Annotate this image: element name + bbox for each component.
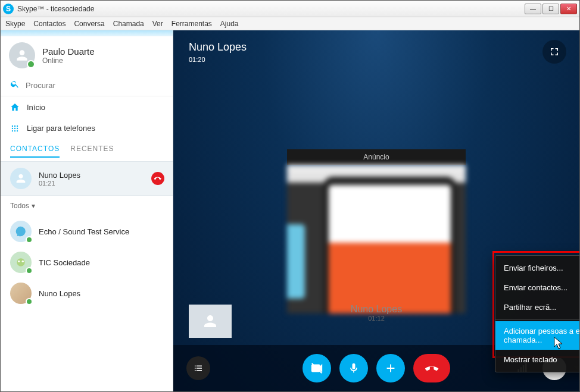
call-pane: Nuno Lopes 01:20 Anúncio Nuno Lopes 01:1… xyxy=(173,30,579,391)
add-button[interactable] xyxy=(376,354,405,382)
svg-point-7 xyxy=(14,130,15,131)
sidebar: Paulo Duarte Online Início Ligar para te… xyxy=(1,30,173,391)
nav-dial[interactable]: Ligar para telefones xyxy=(1,118,173,139)
window-titlebar: S Skype™ - ticesociedade — ☐ ✕ xyxy=(1,1,579,17)
nav-dial-label: Ligar para telefones xyxy=(27,124,95,133)
svg-point-4 xyxy=(14,127,15,128)
plus-menu-popup: Enviar ficheiros... Enviar contactos... … xyxy=(495,255,580,372)
svg-point-2 xyxy=(17,125,18,126)
ad-label: Anúncio xyxy=(287,149,466,165)
contact-avatar xyxy=(10,221,32,242)
fullscreen-button[interactable] xyxy=(542,40,566,64)
svg-point-1 xyxy=(14,125,15,126)
contact-name: Echo / Sound Test Service xyxy=(39,227,129,236)
menu-chamada[interactable]: Chamada xyxy=(113,20,144,28)
call-options-button[interactable] xyxy=(186,356,210,380)
contacts-filter[interactable]: Todos ▾ xyxy=(1,196,173,216)
call-contact-name: Nuno Lopes xyxy=(189,41,247,54)
svg-point-9 xyxy=(17,258,24,266)
maximize-button[interactable]: ☐ xyxy=(542,4,559,14)
menu-show-keypad[interactable]: Mostrar teclado xyxy=(495,350,580,369)
menu-ver[interactable]: Ver xyxy=(152,20,163,28)
svg-point-10 xyxy=(18,261,20,262)
profile-avatar xyxy=(9,42,35,68)
ad-content[interactable] xyxy=(287,165,466,313)
menu-add-people[interactable]: Adicionar pessoas a esta chamada... xyxy=(495,321,580,350)
menu-send-contacts[interactable]: Enviar contactos... xyxy=(495,278,580,297)
call-header: Nuno Lopes 01:20 xyxy=(189,41,247,63)
cloud-decoration xyxy=(1,30,173,36)
search-icon xyxy=(10,79,20,91)
minimize-button[interactable]: — xyxy=(525,4,541,14)
contact-avatar xyxy=(10,252,32,273)
chevron-down-icon: ▾ xyxy=(32,202,35,210)
svg-point-3 xyxy=(12,127,13,128)
skype-logo-icon: S xyxy=(3,4,14,14)
hangup-mini-button[interactable] xyxy=(151,172,164,185)
window-title: Skype™ - ticesociedade xyxy=(17,5,525,13)
menu-send-files[interactable]: Enviar ficheiros... xyxy=(495,258,580,278)
active-avatar xyxy=(10,168,32,189)
dialpad-icon xyxy=(10,124,20,133)
tab-contactos[interactable]: CONTACTOS xyxy=(10,145,60,158)
hangup-button[interactable] xyxy=(413,354,450,382)
nav-home[interactable]: Início xyxy=(1,96,173,118)
svg-point-6 xyxy=(12,130,13,131)
tab-recentes[interactable]: RECENTES xyxy=(70,145,114,158)
active-conversation[interactable]: Nuno Lopes 01:21 xyxy=(1,161,173,196)
filter-label: Todos xyxy=(10,202,29,210)
home-icon xyxy=(10,102,20,112)
mute-toggle-button[interactable] xyxy=(339,354,368,382)
contact-tic[interactable]: TIC Sociedade xyxy=(1,247,173,278)
video-toggle-button[interactable] xyxy=(303,354,331,382)
svg-point-5 xyxy=(17,127,18,128)
menu-ajuda[interactable]: Ajuda xyxy=(220,20,239,28)
window-controls: — ☐ ✕ xyxy=(525,4,577,14)
nav-home-label: Início xyxy=(27,103,45,112)
menu-separator xyxy=(495,319,580,319)
profile-name: Paulo Duarte xyxy=(42,46,95,57)
contact-name: TIC Sociedade xyxy=(39,258,90,267)
contact-echo[interactable]: Echo / Sound Test Service xyxy=(1,216,173,247)
close-button[interactable]: ✕ xyxy=(560,4,577,14)
search-row[interactable] xyxy=(1,74,173,96)
advertisement: Anúncio xyxy=(287,149,466,313)
sidebar-tabs: CONTACTOS RECENTES xyxy=(1,139,173,161)
menu-contactos[interactable]: Contactos xyxy=(33,20,66,28)
participant-name: Nuno Lopes xyxy=(351,304,402,315)
svg-point-11 xyxy=(22,261,24,262)
presence-online-icon xyxy=(26,267,33,274)
profile-status: Online xyxy=(42,57,95,65)
call-duration: 01:20 xyxy=(189,56,247,63)
contact-avatar xyxy=(10,283,32,304)
active-contact-time: 01:21 xyxy=(39,180,80,187)
participant-time: 01:12 xyxy=(351,315,402,322)
profile-section[interactable]: Paulo Duarte Online xyxy=(1,36,173,74)
svg-point-8 xyxy=(17,130,18,131)
self-video-preview[interactable] xyxy=(189,305,232,338)
presence-online-icon xyxy=(27,60,35,68)
contact-name: Nuno Lopes xyxy=(39,289,80,298)
presence-online-icon xyxy=(26,236,33,243)
menu-conversa[interactable]: Conversa xyxy=(74,20,104,28)
menu-bar: Skype Contactos Conversa Chamada Ver Fer… xyxy=(1,17,579,30)
main-area: Paulo Duarte Online Início Ligar para te… xyxy=(1,30,579,391)
presence-online-icon xyxy=(26,298,33,305)
menu-ferramentas[interactable]: Ferramentas xyxy=(171,20,212,28)
menu-skype[interactable]: Skype xyxy=(5,20,25,28)
search-input[interactable] xyxy=(26,81,163,90)
contact-nuno[interactable]: Nuno Lopes xyxy=(1,278,173,309)
svg-point-0 xyxy=(12,125,13,126)
active-contact-name: Nuno Lopes xyxy=(39,171,80,180)
menu-share-screen[interactable]: Partilhar ecrã... xyxy=(495,297,580,317)
participant-info: Nuno Lopes 01:12 xyxy=(351,304,402,322)
